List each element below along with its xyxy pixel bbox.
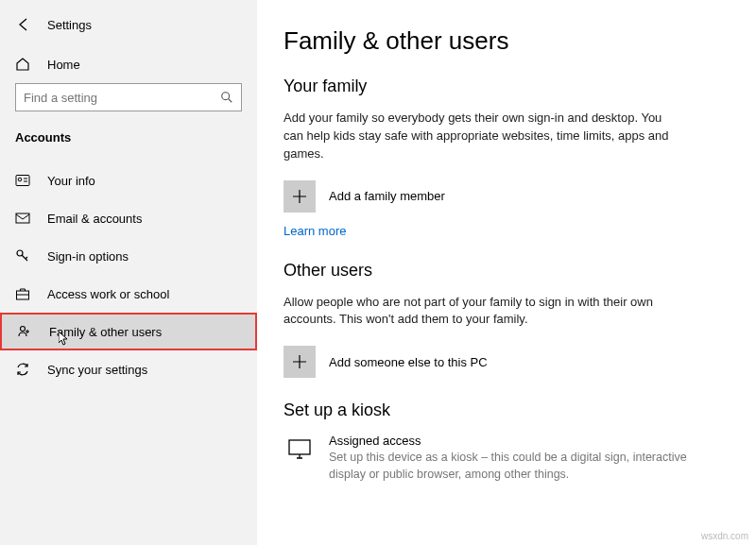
svg-rect-3 <box>16 213 29 223</box>
nav-family-other-users[interactable]: Family & other users <box>0 313 257 350</box>
search-icon <box>219 90 234 105</box>
nav-label: Sign-in options <box>47 249 129 264</box>
family-desc: Add your family so everybody gets their … <box>284 110 680 163</box>
svg-point-6 <box>21 327 26 332</box>
search-box[interactable] <box>15 83 242 111</box>
svg-point-0 <box>222 93 230 100</box>
nav-email-accounts[interactable]: Email & accounts <box>0 199 257 237</box>
kiosk-heading: Set up a kiosk <box>284 400 726 420</box>
other-desc: Allow people who are not part of your fa… <box>284 294 680 330</box>
briefcase-icon <box>15 286 30 301</box>
learn-more-link[interactable]: Learn more <box>284 224 346 238</box>
other-heading: Other users <box>284 261 726 281</box>
search-input[interactable] <box>15 83 242 111</box>
id-card-icon <box>15 173 30 188</box>
nav-label: Your info <box>47 174 95 188</box>
sync-icon <box>15 362 30 377</box>
nav-label: Access work or school <box>47 287 169 301</box>
kiosk-title: Assigned access <box>329 434 726 448</box>
plus-icon <box>284 346 316 378</box>
home-label: Home <box>47 58 80 72</box>
page-title: Family & other users <box>284 26 726 56</box>
back-icon[interactable] <box>15 17 30 32</box>
nav-your-info[interactable]: Your info <box>0 162 257 199</box>
home-icon <box>15 57 30 72</box>
add-family-member[interactable]: Add a family member <box>284 180 726 213</box>
key-icon <box>15 248 30 264</box>
cursor-icon <box>59 332 70 347</box>
add-other-label: Add someone else to this PC <box>329 355 488 369</box>
people-icon <box>17 324 32 339</box>
watermark: wsxdn.com <box>701 531 748 541</box>
monitor-icon <box>284 434 316 466</box>
category-header: Accounts <box>0 130 257 145</box>
add-other-user[interactable]: Add someone else to this PC <box>284 346 726 378</box>
nav-home[interactable]: Home <box>0 57 257 72</box>
nav-label: Sync your settings <box>47 363 147 377</box>
kiosk-desc: Set up this device as a kiosk – this cou… <box>329 450 688 483</box>
svg-point-2 <box>18 178 22 181</box>
mail-icon <box>15 211 30 226</box>
family-heading: Your family <box>284 77 726 96</box>
assigned-access[interactable]: Assigned access Set up this device as a … <box>284 434 726 483</box>
svg-rect-7 <box>289 440 310 454</box>
add-family-label: Add a family member <box>329 189 445 203</box>
nav-access-work-school[interactable]: Access work or school <box>0 275 257 313</box>
nav-sign-in-options[interactable]: Sign-in options <box>0 237 257 275</box>
plus-icon <box>284 180 316 213</box>
nav-label: Email & accounts <box>47 212 142 226</box>
app-title: Settings <box>47 18 92 32</box>
nav-sync-settings[interactable]: Sync your settings <box>0 350 257 388</box>
